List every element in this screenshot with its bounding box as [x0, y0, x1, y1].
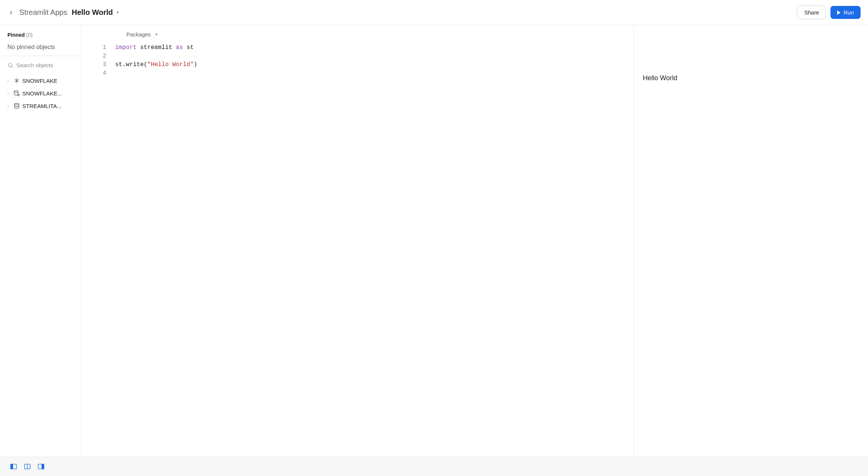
svg-line-1 [12, 66, 13, 68]
pinned-section: Pinned (0) No pinned objects [0, 25, 81, 56]
code-editor[interactable]: 1 2 3 4 import streamlit as st st.write(… [82, 43, 634, 457]
breadcrumb: Streamlit Apps Hello World ▼ [7, 8, 797, 17]
line-gutter: 1 2 3 4 [82, 43, 115, 457]
tree-label: STREAMLITA... [22, 103, 62, 109]
svg-point-4 [14, 103, 19, 105]
layout-split-icon[interactable] [24, 464, 30, 469]
code-line-1: import streamlit as st [115, 43, 634, 52]
breadcrumb-current[interactable]: Hello World ▼ [72, 8, 120, 17]
snowflake-icon [13, 77, 20, 84]
run-button[interactable]: Run [830, 6, 861, 19]
tree-item-streamlit[interactable]: › STREAMLITA... [4, 100, 77, 112]
layout-left-icon[interactable] [10, 464, 17, 469]
chevron-down-icon: ▼ [155, 32, 158, 36]
database-special-icon [13, 90, 20, 97]
svg-rect-10 [42, 464, 44, 469]
chevron-right-icon: › [7, 91, 11, 95]
tree-item-snowflake[interactable]: › SNOWFLAKE [4, 74, 77, 87]
tree-label: SNOWFLAKE... [22, 90, 62, 97]
chevron-right-icon: › [7, 104, 11, 108]
search-objects[interactable]: Search objects [0, 56, 81, 74]
header: Streamlit Apps Hello World ▼ Share Run [0, 0, 868, 25]
line-number: 4 [82, 69, 106, 78]
content: Pinned (0) No pinned objects Search obje… [0, 25, 868, 457]
back-button[interactable] [7, 9, 15, 16]
layout-right-icon[interactable] [38, 464, 44, 469]
breadcrumb-current-label: Hello World [72, 8, 113, 17]
svg-point-0 [9, 63, 12, 66]
packages-dropdown[interactable]: Packages ▼ [126, 31, 158, 38]
search-icon [7, 62, 13, 68]
breadcrumb-parent[interactable]: Streamlit Apps [19, 8, 67, 17]
chevron-right-icon: › [7, 78, 11, 83]
preview-pane: Hello World [634, 25, 868, 457]
svg-rect-6 [11, 464, 13, 469]
line-number: 1 [82, 43, 106, 52]
line-number: 2 [82, 52, 106, 61]
code-line-4 [115, 69, 634, 78]
editor-pane: Packages ▼ 1 2 3 4 import streamlit as s… [82, 25, 634, 457]
packages-label: Packages [126, 31, 151, 38]
run-label: Run [843, 9, 854, 16]
share-button[interactable]: Share [797, 6, 826, 19]
tree-item-snowflake2[interactable]: › SNOWFLAKE... [4, 87, 77, 100]
chevron-down-icon: ▼ [116, 10, 120, 14]
sidebar: Pinned (0) No pinned objects Search obje… [0, 25, 82, 457]
header-actions: Share Run [797, 6, 861, 19]
editor-toolbar: Packages ▼ [82, 25, 634, 43]
code-line-3: st.write("Hello World") [115, 61, 634, 69]
pinned-count: (0) [26, 32, 33, 38]
no-pinned-text: No pinned objects [7, 44, 74, 50]
preview-output: Hello World [643, 74, 859, 82]
bottom-toolbar [0, 457, 868, 476]
pinned-label: Pinned [7, 32, 25, 38]
pinned-header: Pinned (0) [7, 32, 74, 38]
line-number: 3 [82, 61, 106, 69]
play-icon [837, 10, 841, 15]
database-icon [13, 102, 20, 109]
object-tree: › SNOWFLAKE › SNOWFLAKE... › [0, 74, 81, 117]
tree-label: SNOWFLAKE [22, 78, 57, 84]
svg-point-3 [17, 94, 19, 96]
search-placeholder: Search objects [16, 62, 53, 68]
code-line-2 [115, 52, 634, 61]
share-label: Share [804, 9, 819, 16]
svg-point-2 [14, 91, 18, 92]
code-lines: import streamlit as st st.write("Hello W… [115, 43, 634, 457]
